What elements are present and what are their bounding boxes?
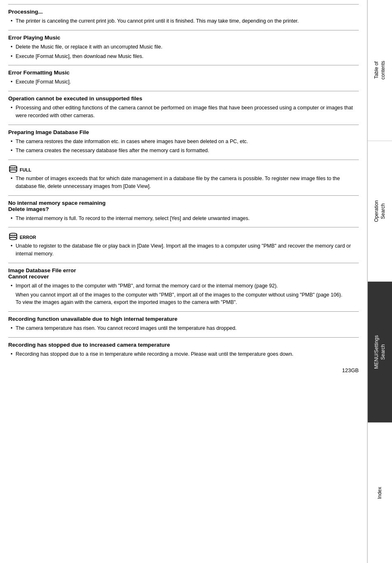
bullet-item: The printer is canceling the current pri… [8,17,359,25]
section-recording-unavailable: Recording function unavailable due to hi… [8,311,359,337]
bullet-list-error-formatting-music: Execute [Format Music]. [8,78,359,86]
db-error-icon [8,232,20,241]
bullet-item: Unable to register to the database file … [8,242,359,258]
sidebar-label-table-of-contents: Table ofcontents [374,61,386,79]
bullet-item: Import all of the images to the computer… [8,282,359,306]
bullet-list-db-full: The number of images exceeds that for wh… [8,175,359,190]
section-db-error: ERROR Unable to register to the database… [8,227,359,263]
section-title-image-db-error: Image Database File errorCannot recover [8,267,359,280]
section-title-recording-stopped: Recording has stopped due to increased c… [8,342,359,348]
bullet-item: The internal memory is full. To record t… [8,215,359,222]
bullet-item: Delete the Music file, or replace it wit… [8,43,359,51]
section-no-internal-memory: No internal memory space remainingDelete… [8,195,359,227]
sidebar-item-menu-settings-search[interactable]: MENU/SettingsSearch [368,282,392,423]
section-title-operation-unsupported: Operation cannot be executed in unsuppor… [8,95,359,102]
bullet-item: Processing and other editing functions o… [8,104,359,120]
svg-point-3 [9,170,17,172]
bullet-item: The camera restores the date information… [8,138,359,146]
section-title-no-internal-memory: No internal memory space remainingDelete… [8,200,359,212]
section-recording-stopped: Recording has stopped due to increased c… [8,337,359,363]
bullet-list-recording-stopped: Recording has stopped due to a rise in t… [8,350,359,358]
section-processing: Processing... The printer is canceling t… [8,4,359,30]
sidebar-item-table-of-contents[interactable]: Table ofcontents [368,0,392,141]
section-title-error-playing-music: Error Playing Music [8,35,359,41]
sub-bullet-2: To view the images again with the camera… [16,299,359,306]
sidebar-item-operation-search[interactable]: OperationSearch [368,141,392,282]
db-full-icon [8,165,20,174]
bullet-list-preparing-image-db: The camera restores the date information… [8,138,359,155]
section-title-preparing-image-db: Preparing Image Database File [8,129,359,135]
section-error-playing-music: Error Playing Music Delete the Music fil… [8,30,359,65]
section-operation-unsupported: Operation cannot be executed in unsuppor… [8,91,359,125]
db-error-label: ERROR [20,235,36,240]
bullet-list-recording-unavailable: The camera temperature has risen. You ca… [8,324,359,332]
section-db-full: FULL The number of images exceeds that f… [8,160,359,195]
bullet-item: The camera temperature has risen. You ca… [8,324,359,332]
db-full-icon-wrap: FULL [8,165,359,174]
section-preparing-image-db: Preparing Image Database File The camera… [8,125,359,160]
bullet-item: The camera creates the necessary databas… [8,147,359,155]
db-error-icon-wrap: ERROR [8,232,359,241]
bullet-item: Recording has stopped due to a rise in t… [8,350,359,358]
page-number: 123GB [342,367,359,373]
section-image-db-error: Image Database File errorCannot recover … [8,263,359,311]
section-title-recording-unavailable: Recording function unavailable due to hi… [8,316,359,322]
svg-point-8 [9,237,17,240]
main-content: Processing... The printer is canceling t… [0,0,367,563]
bullet-item: The number of images exceeds that for wh… [8,175,359,190]
sidebar-item-index[interactable]: Index [368,423,392,563]
section-error-formatting-music: Error Formatting Music Execute [Format M… [8,65,359,91]
bullet-list-processing: The printer is canceling the current pri… [8,17,359,25]
bullet-item: Execute [Format Music], then download ne… [8,53,359,60]
bullet-list-operation-unsupported: Processing and other editing functions o… [8,104,359,120]
sidebar: Table ofcontents OperationSearch MENU/Se… [367,0,392,563]
db-full-label: FULL [20,167,31,172]
bullet-item: Execute [Format Music]. [8,78,359,86]
section-title-error-formatting-music: Error Formatting Music [8,70,359,76]
bullet-list-image-db-error: Import all of the images to the computer… [8,282,359,306]
bullet-list-db-error: Unable to register to the database file … [8,242,359,258]
page-number-area: 123GB [8,363,359,373]
sidebar-label-operation-search: OperationSearch [374,200,386,222]
section-title-processing: Processing... [8,9,359,15]
sub-bullet-1: When you cannot import all of the images… [16,291,359,299]
sidebar-label-menu-settings-search: MENU/SettingsSearch [374,335,386,369]
sidebar-label-index: Index [377,487,383,499]
bullet-list-no-internal-memory: The internal memory is full. To record t… [8,215,359,222]
bullet-list-error-playing-music: Delete the Music file, or replace it wit… [8,43,359,60]
